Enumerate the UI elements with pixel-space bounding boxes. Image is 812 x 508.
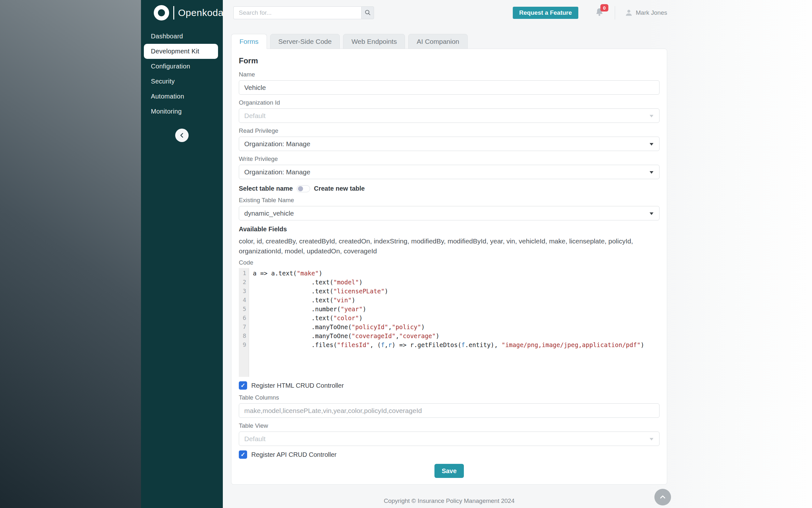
code-line: .text("model") xyxy=(253,278,660,287)
code-line: .number("year") xyxy=(253,304,660,313)
save-button[interactable]: Save xyxy=(434,464,464,478)
sidebar-item-dashboard[interactable]: Dashboard xyxy=(141,29,223,44)
register-api-crud-row: ✓ Register API CRUD Controller xyxy=(239,451,660,459)
select-table-name-label: Select table name xyxy=(239,185,293,192)
register-api-crud-label: Register API CRUD Controller xyxy=(251,451,337,458)
logo-text: Openkoda xyxy=(178,7,224,18)
read-privilege-value: Organization: Manage xyxy=(244,140,311,148)
sidebar-item-development-kit[interactable]: Development Kit xyxy=(144,44,218,59)
search-icon xyxy=(365,9,371,16)
sidebar-item-configuration[interactable]: Configuration xyxy=(141,59,223,74)
code-line-numbers: 123456789 xyxy=(239,268,249,377)
openkoda-logo: Openkoda xyxy=(141,0,223,25)
search-input[interactable] xyxy=(233,6,361,19)
existing-table-name-value: dynamic_vehicle xyxy=(244,210,294,217)
search-button[interactable] xyxy=(361,6,374,19)
topbar: Request a Feature 0 xyxy=(223,0,812,25)
organization-id-value: Default xyxy=(244,112,266,120)
table-mode-toggle-row: Select table name Create new table xyxy=(239,185,660,192)
existing-table-name-select[interactable]: dynamic_vehicle xyxy=(239,206,660,220)
sidebar: Openkoda DashboardDevelopment KitConfigu… xyxy=(141,0,223,508)
caret-down-icon xyxy=(650,143,654,145)
organization-id-select[interactable]: Default xyxy=(239,109,660,123)
openkoda-logo-icon xyxy=(154,5,169,20)
user-menu[interactable]: Mark Jones xyxy=(625,9,667,17)
notifications-button[interactable]: 0 xyxy=(595,7,604,18)
tab-web-endpoints[interactable]: Web Endpoints xyxy=(343,34,405,49)
existing-table-name-label: Existing Table Name xyxy=(239,197,660,204)
tab-server-side-code[interactable]: Server-Side Code xyxy=(270,34,340,49)
code-line: .manyToOne("coverageId","coverage") xyxy=(253,331,660,340)
app-window: Openkoda DashboardDevelopment KitConfigu… xyxy=(141,0,812,508)
table-columns-input[interactable] xyxy=(239,404,660,418)
code-line: .text("color") xyxy=(253,313,660,323)
existing-table-name-group: Existing Table Name dynamic_vehicle xyxy=(239,197,660,220)
write-privilege-select[interactable]: Organization: Manage xyxy=(239,165,660,179)
user-icon xyxy=(625,9,633,17)
sidebar-item-security[interactable]: Security xyxy=(141,74,223,89)
code-line: .manyToOne("policyId","policy") xyxy=(253,323,660,331)
main-area: Request a Feature 0 xyxy=(223,0,812,508)
caret-down-icon xyxy=(650,212,654,215)
table-view-group: Table View Default xyxy=(239,422,660,446)
register-html-crud-checkbox[interactable]: ✓ xyxy=(239,381,247,390)
search-group xyxy=(233,6,374,19)
name-field-group: Name xyxy=(239,71,660,95)
register-api-crud-checkbox[interactable]: ✓ xyxy=(239,451,247,459)
read-privilege-label: Read Privilege xyxy=(239,127,660,134)
code-line: .text("vin") xyxy=(253,296,660,304)
code-line: .text("licensePLate") xyxy=(253,287,660,296)
table-view-value: Default xyxy=(244,435,266,443)
available-fields-label: Available Fields xyxy=(239,225,660,233)
logo-divider xyxy=(173,6,174,19)
user-name: Mark Jones xyxy=(636,9,667,16)
caret-down-icon xyxy=(650,171,654,174)
sidebar-collapse-button[interactable] xyxy=(175,129,189,142)
notification-badge: 0 xyxy=(601,4,608,11)
register-html-crud-row: ✓ Register HTML CRUD Controller xyxy=(239,381,660,390)
sidebar-item-automation[interactable]: Automation xyxy=(141,89,223,104)
tab-bar: FormsServer-Side CodeWeb EndpointsAI Com… xyxy=(231,34,812,49)
read-privilege-group: Read Privilege Organization: Manage xyxy=(239,127,660,151)
form-card: Form Name Organization Id Default Read P… xyxy=(231,49,667,484)
available-fields-text: color, id, createdBy, createdById, creat… xyxy=(239,236,660,256)
caret-down-icon xyxy=(650,438,654,440)
write-privilege-label: Write Privilege xyxy=(239,156,660,163)
tab-ai-companion[interactable]: AI Companion xyxy=(408,34,467,49)
table-view-label: Table View xyxy=(239,422,660,429)
code-label: Code xyxy=(239,259,660,266)
table-view-select[interactable]: Default xyxy=(239,431,660,446)
code-line: .files("filesId", (f,r) => r.getFileDtos… xyxy=(253,340,660,349)
create-new-table-label: Create new table xyxy=(314,185,365,192)
read-privilege-select[interactable]: Organization: Manage xyxy=(239,137,660,151)
form-heading: Form xyxy=(239,56,660,65)
toggle-knob-icon xyxy=(298,186,303,191)
topbar-divider xyxy=(615,6,615,19)
table-mode-toggle[interactable] xyxy=(297,185,310,192)
write-privilege-value: Organization: Manage xyxy=(244,168,311,176)
code-editor[interactable]: 123456789 a => a.text("make") .text("mod… xyxy=(239,268,660,377)
sidebar-item-monitoring[interactable]: Monitoring xyxy=(141,104,223,119)
save-row: Save xyxy=(239,464,660,478)
name-label: Name xyxy=(239,71,660,78)
chevron-up-icon xyxy=(659,493,667,501)
code-line: a => a.text("make") xyxy=(253,269,660,278)
write-privilege-group: Write Privilege Organization: Manage xyxy=(239,156,660,179)
register-html-crud-label: Register HTML CRUD Controller xyxy=(251,382,344,389)
organization-id-label: Organization Id xyxy=(239,99,660,106)
tab-forms[interactable]: Forms xyxy=(231,34,267,49)
organization-id-group: Organization Id Default xyxy=(239,99,660,123)
code-content: a => a.text("make") .text("model") .text… xyxy=(249,268,660,377)
sidebar-nav: DashboardDevelopment KitConfigurationSec… xyxy=(141,29,223,119)
table-columns-group: Table Columns xyxy=(239,394,660,418)
request-feature-button[interactable]: Request a Feature xyxy=(513,7,578,19)
scroll-to-top-button[interactable] xyxy=(654,489,671,505)
caret-down-icon xyxy=(650,115,654,117)
name-input[interactable] xyxy=(239,80,660,95)
footer-copyright: Copyright © Insurance Policy Management … xyxy=(231,498,667,505)
chevron-left-icon xyxy=(178,131,186,139)
table-columns-label: Table Columns xyxy=(239,394,660,401)
